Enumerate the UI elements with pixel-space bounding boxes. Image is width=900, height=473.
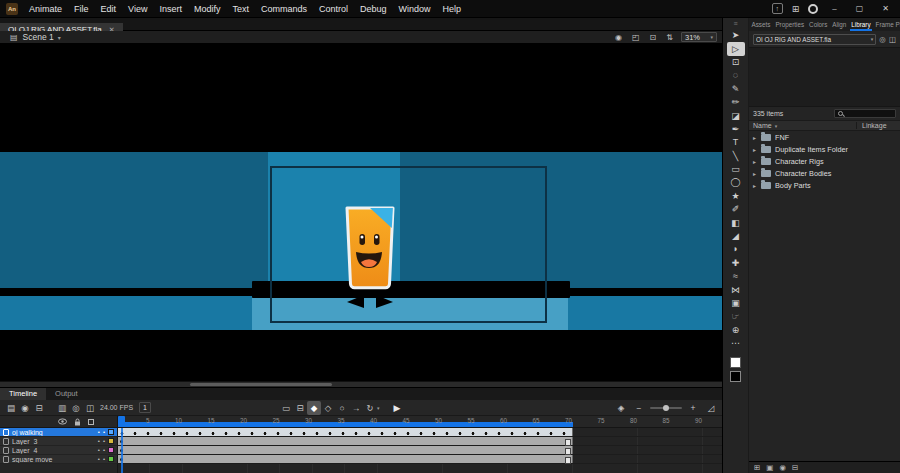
snap-icon[interactable]: ◈ [614, 401, 628, 415]
timeline-layer-row[interactable]: Layer_4•• [0, 446, 722, 455]
hand-tool-icon[interactable]: ☞ [727, 310, 745, 323]
panel-tab-assets[interactable]: Assets [749, 18, 773, 31]
line-tool-icon[interactable]: ╲ [727, 150, 745, 163]
selection-tool-icon[interactable]: ➤ [727, 29, 745, 42]
timeline-tab-output[interactable]: Output [46, 388, 87, 400]
lock-all-layers-icon[interactable] [74, 418, 81, 426]
zoom-tool-icon[interactable]: ⊕ [727, 324, 745, 337]
new-folder-icon[interactable]: ▣ [766, 463, 773, 472]
insert-blank-keyframe-icon[interactable]: ○ [335, 401, 349, 415]
maximize-button[interactable]: ▢ [851, 0, 869, 18]
layer-visibility-dot[interactable]: • [98, 429, 100, 435]
layer-frames[interactable] [118, 437, 722, 446]
menu-modify[interactable]: Modify [188, 0, 227, 18]
new-library-panel-icon[interactable]: ◫ [889, 35, 896, 44]
menu-edit[interactable]: Edit [95, 0, 123, 18]
free-transform-tool-icon[interactable]: ⊡ [727, 56, 745, 69]
camera-tool-icon[interactable]: ▣ [727, 297, 745, 310]
scene-caret-icon[interactable]: ▾ [58, 34, 61, 41]
trash-icon[interactable]: ⊟ [32, 401, 46, 415]
current-frame-indicator[interactable]: 1 [139, 402, 151, 413]
sort-caret-icon[interactable]: ▾ [775, 123, 778, 129]
edit-multiple-frames-icon[interactable]: ◫ [83, 401, 97, 415]
linkage-column-header[interactable]: Linkage [856, 122, 896, 129]
more-tools-icon[interactable]: ⋯ [727, 337, 745, 350]
layer-outline-color-swatch[interactable] [108, 447, 114, 453]
clip-content-icon[interactable]: ⊡ [650, 33, 657, 42]
layer-frames[interactable] [118, 446, 722, 455]
layer-visibility-dot[interactable]: • [98, 456, 100, 462]
layer-stack-icon[interactable]: ▤ [4, 401, 18, 415]
new-symbol-icon[interactable]: ⊞ [754, 463, 760, 472]
layer-outline-color-swatch[interactable] [108, 456, 114, 462]
timeline-zoom-out-icon[interactable]: − [632, 401, 646, 415]
disclosure-icon[interactable]: ▸ [753, 182, 761, 189]
workspace-icon[interactable]: ⊞ [792, 4, 800, 14]
camera-icon[interactable]: ◉ [615, 33, 622, 42]
onion-skin-icon[interactable]: ◎ [69, 401, 83, 415]
layer-outline-color-swatch[interactable] [108, 429, 114, 435]
fps-display[interactable]: 24.00 FPS [100, 404, 133, 411]
show-all-layers-icon[interactable] [58, 418, 67, 425]
menu-file[interactable]: File [68, 0, 95, 18]
keyframe-sequence[interactable] [118, 428, 573, 436]
library-folder-row[interactable]: ▸Character Rigs [749, 155, 900, 167]
add-camera-icon[interactable]: ◉ [18, 401, 32, 415]
resize-timeline-icon[interactable]: ◿ [704, 401, 718, 415]
edit-symbols-icon[interactable]: ◰ [632, 33, 640, 42]
panel-tab-align[interactable]: Align [830, 18, 849, 31]
menu-view[interactable]: View [122, 0, 153, 18]
library-search-input[interactable] [834, 109, 896, 118]
oj-character[interactable] [337, 204, 403, 310]
layer-outline-color-swatch[interactable] [108, 438, 114, 444]
loop-icon[interactable]: ↻ [363, 401, 377, 415]
auto-keyframe-icon[interactable]: ◆ [307, 401, 321, 415]
layer-lock-dot[interactable]: • [103, 429, 105, 435]
stroke-color-swatch[interactable] [730, 357, 741, 368]
timeline-layer-row[interactable]: square move•• [0, 455, 722, 464]
width-tool-icon[interactable]: ⋈ [727, 283, 745, 296]
library-folder-row[interactable]: ▸FNF [749, 131, 900, 143]
layer-name-cell[interactable]: square move•• [0, 455, 118, 464]
pen-tool-icon[interactable]: ✒ [727, 123, 745, 136]
insert-frame-icon[interactable]: ▭ [279, 401, 293, 415]
scene-name[interactable]: Scene 1 [23, 32, 54, 42]
paint-bucket-tool-icon[interactable]: ◧ [727, 216, 745, 229]
insert-keyframe-icon[interactable]: ◇ [321, 401, 335, 415]
fill-color-swatch[interactable] [730, 371, 741, 382]
menu-help[interactable]: Help [437, 0, 468, 18]
subselection-tool-icon[interactable]: ▷ [727, 42, 745, 55]
stage-canvas[interactable] [0, 44, 722, 387]
layer-lock-dot[interactable]: • [103, 438, 105, 444]
disclosure-icon[interactable]: ▸ [753, 170, 761, 177]
eraser-tool-icon[interactable]: ◪ [727, 109, 745, 122]
frame-span-icon[interactable]: ▥ [55, 401, 69, 415]
disclosure-icon[interactable]: ▸ [753, 146, 761, 153]
menu-animate[interactable]: Animate [23, 0, 68, 18]
asset-warp-tool-icon[interactable]: ✚ [727, 257, 745, 270]
layer-lock-dot[interactable]: • [103, 447, 105, 453]
menu-window[interactable]: Window [393, 0, 437, 18]
library-folder-row[interactable]: ▸Character Bodies [749, 167, 900, 179]
outline-all-layers-icon[interactable] [88, 419, 94, 425]
properties-icon[interactable]: ◉ [779, 463, 786, 472]
menu-commands[interactable]: Commands [255, 0, 313, 18]
rectangle-tool-icon[interactable]: ▭ [727, 163, 745, 176]
loop-options-caret-icon[interactable]: ▾ [377, 401, 380, 415]
menu-text[interactable]: Text [226, 0, 255, 18]
animate-logo-icon[interactable]: An [6, 3, 18, 15]
pencil-tool-icon[interactable]: ✐ [727, 203, 745, 216]
timeline-tab-timeline[interactable]: Timeline [0, 388, 46, 400]
frame-span[interactable] [118, 446, 573, 454]
play-button[interactable]: ▶ [394, 403, 401, 413]
zoom-level-select[interactable]: 31% ▾ [681, 32, 717, 42]
menu-insert[interactable]: Insert [153, 0, 188, 18]
playhead-marker[interactable] [118, 416, 125, 427]
timeline-zoom-in-icon[interactable]: + [686, 401, 700, 415]
eyedropper-tool-icon[interactable]: ◗ [727, 243, 745, 256]
timeline-ruler[interactable]: 51015202530354045505560657075808590 [118, 416, 722, 427]
timeline-zoom-slider[interactable] [650, 407, 682, 409]
create-tween-icon[interactable]: → [349, 401, 363, 415]
timeline-layer-row[interactable]: oj walking•• [0, 428, 722, 437]
pin-library-icon[interactable]: ◎ [879, 35, 886, 44]
